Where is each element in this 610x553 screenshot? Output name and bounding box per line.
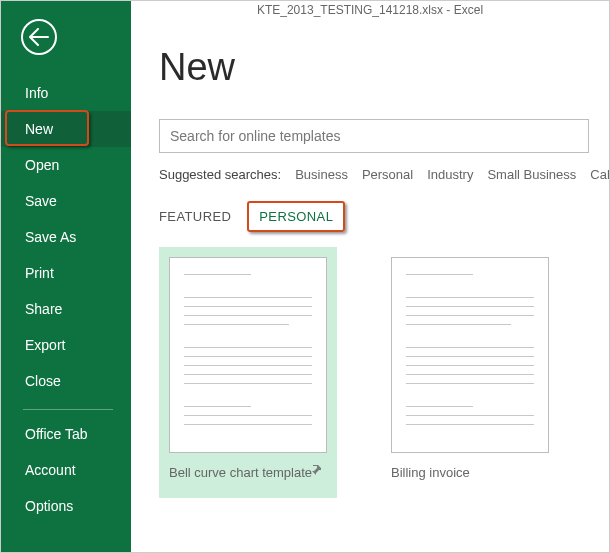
suggested-term-personal[interactable]: Personal	[362, 167, 413, 182]
window-title: KTE_2013_TESTING_141218.xlsx - Excel	[131, 3, 609, 17]
template-card-billing-invoice[interactable]: Billing invoice	[381, 247, 559, 498]
template-name: Billing invoice	[391, 465, 549, 480]
template-grid: Bell curve chart template Billing invoic…	[159, 247, 609, 498]
sidebar-item-export[interactable]: Export	[1, 327, 131, 363]
sidebar-item-office-tab[interactable]: Office Tab	[1, 416, 131, 452]
pin-icon[interactable]	[311, 462, 323, 480]
tab-featured[interactable]: FEATURED	[159, 209, 231, 224]
search-placeholder: Search for online templates	[170, 128, 340, 144]
sidebar-item-share[interactable]: Share	[1, 291, 131, 327]
template-name: Bell curve chart template	[169, 465, 327, 480]
sidebar-item-account[interactable]: Account	[1, 452, 131, 488]
template-thumbnail	[391, 257, 549, 453]
page-title: New	[159, 46, 609, 89]
sidebar-item-print[interactable]: Print	[1, 255, 131, 291]
suggested-term-industry[interactable]: Industry	[427, 167, 473, 182]
template-category-tabs: FEATURED PERSONAL	[159, 206, 609, 227]
sidebar-item-info[interactable]: Info	[1, 75, 131, 111]
sidebar-item-new[interactable]: New	[1, 111, 131, 147]
template-card-bell-curve[interactable]: Bell curve chart template	[159, 247, 337, 498]
suggested-term-business[interactable]: Business	[295, 167, 348, 182]
suggested-label: Suggested searches:	[159, 167, 281, 182]
backstage-sidebar: Info New Open Save Save As Print Share E…	[1, 1, 131, 552]
suggested-searches: Suggested searches: Business Personal In…	[159, 167, 609, 182]
sidebar-item-save[interactable]: Save	[1, 183, 131, 219]
suggested-term-small-business[interactable]: Small Business	[487, 167, 576, 182]
sidebar-item-open[interactable]: Open	[1, 147, 131, 183]
back-arrow-icon	[29, 28, 49, 46]
back-button[interactable]	[21, 19, 57, 55]
tab-personal-label: PERSONAL	[259, 209, 333, 224]
sidebar-item-close[interactable]: Close	[1, 363, 131, 399]
sidebar-divider	[23, 409, 113, 410]
sidebar-item-save-as[interactable]: Save As	[1, 219, 131, 255]
template-thumbnail	[169, 257, 327, 453]
template-search-input[interactable]: Search for online templates	[159, 119, 589, 153]
suggested-term-calculator[interactable]: Calcu	[590, 167, 609, 182]
main-panel: KTE_2013_TESTING_141218.xlsx - Excel New…	[131, 1, 609, 552]
tab-personal[interactable]: PERSONAL	[253, 206, 339, 227]
sidebar-item-options[interactable]: Options	[1, 488, 131, 524]
